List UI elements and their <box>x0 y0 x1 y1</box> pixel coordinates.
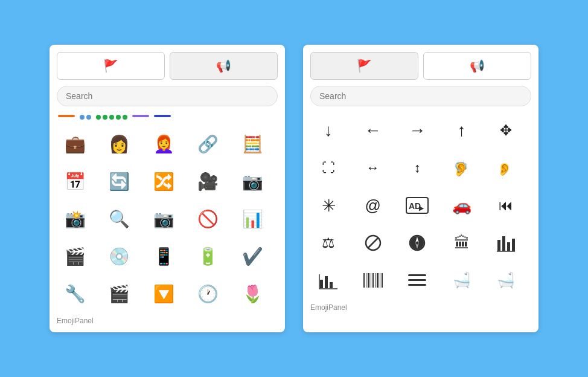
icon-compass[interactable] <box>399 225 435 261</box>
icon-tool[interactable]: 🔧 <box>57 276 93 312</box>
icon-car[interactable]: 🚗 <box>444 187 480 224</box>
svg-rect-30 <box>408 274 426 276</box>
icon-accessibility[interactable]: 🦻 <box>444 150 480 186</box>
icon-calculator[interactable]: 🧮 <box>234 126 270 162</box>
icon-camera2[interactable]: 📷 <box>234 163 270 199</box>
icon-battery[interactable]: 🔋 <box>190 238 226 274</box>
icon-disc[interactable]: 💿 <box>101 238 138 274</box>
right-tab-announce[interactable]: 📢 <box>423 52 531 80</box>
icon-arrow-up[interactable]: ↑ <box>444 112 480 149</box>
icon-bar-chart2[interactable] <box>310 262 347 298</box>
icon-flower[interactable]: 🌷 <box>234 276 270 312</box>
icon-arrow-left[interactable]: ← <box>355 112 391 149</box>
icon-chart[interactable]: 📊 <box>234 201 270 237</box>
svg-rect-31 <box>408 279 426 281</box>
icon-rewind[interactable]: ⏮ <box>488 187 524 224</box>
icon-refresh[interactable]: 🔄 <box>101 163 138 199</box>
left-panel-header: 🚩 📢 <box>57 52 278 80</box>
svg-rect-14 <box>512 239 515 251</box>
icon-woman2[interactable]: 👩‍🦰 <box>145 126 182 162</box>
svg-text:🦻: 🦻 <box>453 161 470 177</box>
icon-at[interactable]: @ <box>355 187 391 224</box>
svg-rect-21 <box>363 273 365 288</box>
right-panel: 🚩 📢 ↓ ← → ↑ ✥ ⛶ ↔ ↕ 🦻 👂 ✳ <box>303 45 538 332</box>
icon-clock[interactable]: 🕐 <box>190 276 226 312</box>
svg-rect-12 <box>502 236 505 251</box>
left-search-input[interactable] <box>57 86 278 106</box>
left-panel-footer: EmojiPanel <box>57 317 278 325</box>
svg-rect-29 <box>382 273 383 288</box>
icon-shuffle[interactable]: 🔀 <box>145 163 182 199</box>
icon-check[interactable]: ✔️ <box>234 238 270 274</box>
svg-text:👂: 👂 <box>497 162 512 176</box>
svg-rect-23 <box>368 273 369 288</box>
icon-arrow-right[interactable]: → <box>399 112 435 149</box>
svg-rect-26 <box>375 273 375 288</box>
icon-menu[interactable] <box>399 262 435 298</box>
icon-no-sign[interactable] <box>355 225 391 261</box>
icon-woman[interactable]: 👩 <box>101 126 138 162</box>
svg-line-6 <box>368 237 379 248</box>
icon-no[interactable]: 🚫 <box>190 201 226 237</box>
right-search-input[interactable] <box>310 86 531 106</box>
right-icons-grid: ↓ ← → ↑ ✥ ⛶ ↔ ↕ 🦻 👂 ✳ @ <box>310 112 531 298</box>
icon-briefcase[interactable]: 💼 <box>57 126 93 162</box>
icon-barcode[interactable] <box>355 262 391 298</box>
icon-film[interactable]: 🎬 <box>57 238 93 274</box>
icon-asterisk[interactable]: ✳ <box>310 187 347 224</box>
svg-rect-32 <box>408 284 426 286</box>
panels-container: 🚩 📢 💼 👩 👩‍🦰 � <box>37 33 551 344</box>
icon-vert-arrow[interactable]: ↕ <box>399 150 435 186</box>
svg-rect-16 <box>320 280 323 288</box>
svg-text:▶: ▶ <box>419 205 424 211</box>
icon-bath2[interactable]: 🛁 <box>488 262 524 298</box>
icon-link[interactable]: 🔗 <box>190 126 226 162</box>
icon-bath[interactable]: 🛁 <box>444 262 480 298</box>
icon-arrow-down[interactable]: ↓ <box>310 112 347 149</box>
left-tab-announce[interactable]: 📢 <box>170 52 278 80</box>
left-panel: 🚩 📢 💼 👩 👩‍🦰 � <box>50 45 285 332</box>
icon-camera-video[interactable]: 🎥 <box>190 163 226 199</box>
svg-rect-18 <box>330 282 333 288</box>
svg-rect-22 <box>366 273 366 288</box>
svg-rect-27 <box>377 273 379 288</box>
icon-move[interactable]: ✥ <box>488 112 524 149</box>
icon-hearing[interactable]: 👂 <box>488 150 524 186</box>
category-strip <box>57 112 278 122</box>
left-tab-flag[interactable]: 🚩 <box>57 52 165 80</box>
right-tab-flag[interactable]: 🚩 <box>310 52 418 80</box>
svg-rect-17 <box>325 276 328 288</box>
icon-ad[interactable]: AD ▶ <box>399 187 435 224</box>
icon-phone[interactable]: 📱 <box>145 238 182 274</box>
icon-clapperboard[interactable]: 🎬 <box>101 276 138 312</box>
icon-filter-minus[interactable]: 🔽 <box>145 276 182 312</box>
icon-horiz-arrow[interactable]: ↔ <box>355 150 391 186</box>
icon-camera-purple[interactable]: 📸 <box>57 201 93 237</box>
icon-search-camera[interactable]: 🔍 <box>101 201 138 237</box>
icon-bank[interactable]: 🏛 <box>444 225 480 261</box>
svg-rect-13 <box>507 242 510 251</box>
right-panel-header: 🚩 📢 <box>310 52 531 80</box>
left-icons-grid: 💼 👩 👩‍🦰 🔗 🧮 📅 🔄 🔀 🎥 📷 📸 🔍 📷 🚫 📊 🎬 💿 📱 🔋 … <box>57 126 278 312</box>
icon-expand[interactable]: ⛶ <box>310 150 347 186</box>
svg-rect-24 <box>371 273 371 288</box>
svg-rect-28 <box>380 273 380 288</box>
svg-rect-11 <box>497 240 500 251</box>
right-panel-footer: EmojiPanel <box>310 303 531 312</box>
icon-camera-white[interactable]: 📷 <box>145 201 182 237</box>
icon-scale[interactable]: ⚖ <box>310 225 347 261</box>
icon-calendar[interactable]: 📅 <box>57 163 93 199</box>
icon-bar-chart[interactable] <box>488 225 524 261</box>
svg-rect-25 <box>372 273 374 288</box>
